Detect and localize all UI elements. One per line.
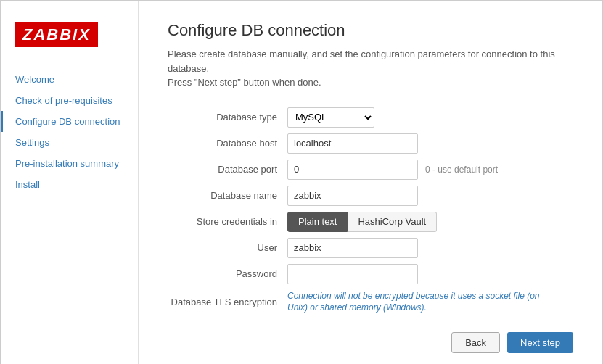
user-input[interactable] — [287, 238, 418, 258]
db-type-select[interactable]: MySQL PostgreSQL Oracle IBM DB2 SQLite3 — [287, 107, 374, 128]
sidebar-item-welcome[interactable]: Welcome — [1, 69, 138, 90]
user-row: User — [168, 238, 573, 258]
next-button[interactable]: Next step — [507, 332, 573, 353]
logo: ZABBIX — [15, 22, 98, 47]
sidebar-item-check-prereqs[interactable]: Check of pre-requisites — [1, 90, 138, 111]
password-label: Password — [168, 268, 287, 279]
tls-control: Connection will not be encrypted because… — [287, 290, 549, 315]
page-desc-line2: Press "Next step" button when done. — [168, 77, 321, 88]
sidebar-item-settings[interactable]: Settings — [1, 132, 138, 153]
store-creds-hashicorp-btn[interactable]: HashiCorp Vault — [348, 212, 437, 232]
page-desc-line1: Please create database manually, and set… — [168, 49, 555, 74]
main-layout: ZABBIX Welcome Check of pre-requisites C… — [1, 1, 602, 364]
db-port-hint: 0 - use default port — [425, 165, 498, 175]
logo-area: ZABBIX — [1, 15, 112, 69]
password-control — [287, 264, 418, 284]
db-name-label: Database name — [168, 190, 287, 201]
sidebar: ZABBIX Welcome Check of pre-requisites C… — [1, 1, 139, 364]
password-row: Password — [168, 264, 573, 284]
db-port-row: Database port 0 - use default port — [168, 160, 573, 180]
sidebar-item-pre-install[interactable]: Pre-installation summary — [1, 153, 138, 174]
db-name-input[interactable] — [287, 186, 418, 206]
content-area: Configure DB connection Please create da… — [139, 1, 602, 364]
sidebar-item-configure-db[interactable]: Configure DB connection — [1, 111, 138, 132]
sidebar-item-install[interactable]: Install — [1, 174, 138, 195]
db-type-row: Database type MySQL PostgreSQL Oracle IB… — [168, 107, 573, 128]
user-label: User — [168, 242, 287, 253]
store-creds-plain-text-btn[interactable]: Plain text — [287, 212, 348, 232]
db-host-control — [287, 133, 418, 154]
db-host-label: Database host — [168, 138, 287, 149]
db-type-control: MySQL PostgreSQL Oracle IBM DB2 SQLite3 — [287, 107, 374, 128]
page-description: Please create database manually, and set… — [168, 47, 573, 90]
store-creds-row: Store credentials in Plain text HashiCor… — [168, 212, 573, 232]
nav-items: Welcome Check of pre-requisites Configur… — [1, 69, 138, 195]
page-title: Configure DB connection — [168, 21, 573, 40]
store-creds-control: Plain text HashiCorp Vault — [287, 212, 437, 232]
db-host-input[interactable] — [287, 133, 418, 154]
password-input[interactable] — [287, 264, 418, 284]
store-creds-btn-group: Plain text HashiCorp Vault — [287, 212, 437, 232]
db-name-control — [287, 186, 418, 206]
user-control — [287, 238, 418, 258]
footer-buttons: Back Next step — [168, 320, 573, 353]
store-creds-label: Store credentials in — [168, 216, 287, 227]
db-type-label: Database type — [168, 112, 287, 123]
db-port-label: Database port — [168, 164, 287, 175]
tls-row: Database TLS encryption Connection will … — [168, 290, 573, 315]
main-window: ZABBIX Welcome Check of pre-requisites C… — [0, 0, 603, 364]
db-host-row: Database host — [168, 133, 573, 154]
db-name-row: Database name — [168, 186, 573, 206]
tls-note: Connection will not be encrypted because… — [287, 290, 549, 315]
db-port-control: 0 - use default port — [287, 160, 498, 180]
back-button[interactable]: Back — [451, 332, 500, 353]
tls-label: Database TLS encryption — [168, 297, 287, 307]
db-port-input[interactable] — [287, 160, 418, 180]
